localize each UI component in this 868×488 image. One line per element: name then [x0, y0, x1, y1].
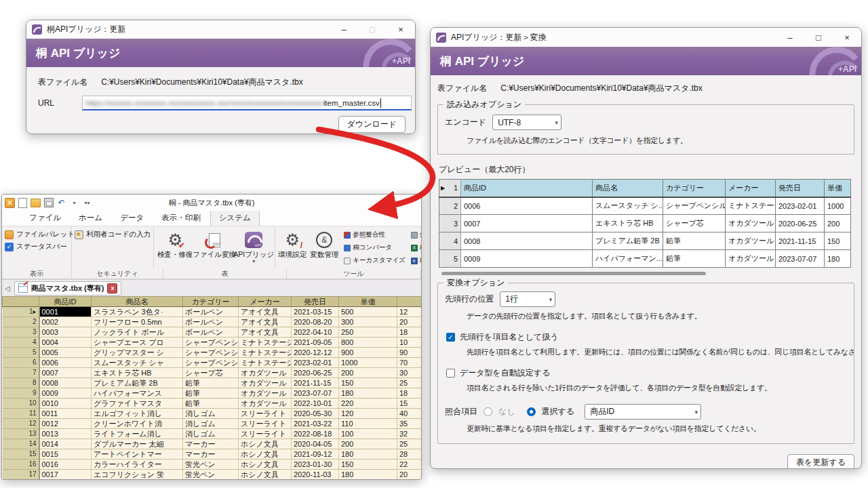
- ribbon-tab-5[interactable]: システム: [210, 210, 260, 226]
- table-cell[interactable]: クリーンホワイト消: [92, 419, 183, 429]
- match-select-radio[interactable]: [527, 407, 536, 416]
- table-cell[interactable]: ミナトステーショナ: [239, 358, 292, 368]
- table-cell[interactable]: ホシノ文具: [239, 439, 292, 449]
- table-cell[interactable]: アオイ文具: [239, 317, 292, 327]
- row-selector[interactable]: 2: [3, 317, 39, 327]
- table-cell[interactable]: 22: [397, 460, 422, 470]
- preview-cell[interactable]: プレミアム鉛筆 2B: [593, 232, 663, 250]
- table-cell[interactable]: 消しゴム: [183, 419, 239, 429]
- table-cell[interactable]: 35: [397, 419, 422, 429]
- table-cell[interactable]: 180: [339, 449, 397, 460]
- preview-row[interactable]: 50009ハイパフォーマン...鉛筆オカダツール2023-07-07180: [439, 250, 851, 268]
- column-header[interactable]: メーカー: [239, 297, 292, 307]
- table-cell[interactable]: 2023-01-30: [292, 460, 339, 470]
- preview-cell[interactable]: 0009: [461, 250, 593, 268]
- table-cell[interactable]: 100: [339, 429, 397, 439]
- table-row[interactable]: 120012クリーンホワイト消消しゴムスリーライト2021-03-2211035: [3, 419, 422, 429]
- table-cell[interactable]: 2022-04-10: [292, 327, 339, 338]
- row-selector[interactable]: 5: [439, 250, 461, 268]
- table-cell[interactable]: 200: [339, 439, 397, 449]
- table-row[interactable]: 130013ライトフォーム消し消しゴムスリーライト2022-08-1810032: [3, 429, 422, 439]
- table-row[interactable]: 110011エルゴフィット消し消しゴムスリーライト2020-05-3012040: [3, 409, 422, 419]
- download-button[interactable]: ダウンロード: [338, 116, 406, 133]
- table-cell[interactable]: 220: [339, 399, 397, 409]
- preview-cell[interactable]: 200: [825, 215, 851, 232]
- table-cell[interactable]: 2020-12-12: [292, 348, 339, 358]
- row-selector[interactable]: 7: [3, 368, 39, 378]
- table-cell[interactable]: ホシノ文具: [239, 460, 292, 470]
- table-cell[interactable]: 500: [339, 307, 397, 317]
- undo-icon[interactable]: ↶: [56, 198, 66, 208]
- ribbon-tab-3[interactable]: データ: [112, 211, 152, 226]
- preview-header-cell[interactable]: メーカー: [726, 180, 776, 197]
- ribbon-small-item[interactable]: 桐コンバータ: [344, 241, 406, 254]
- ribbon-item-var-mgmt[interactable]: & 変数管理: [308, 228, 340, 267]
- encode-select[interactable]: UTF-8 ▾: [492, 115, 561, 130]
- product-master-table[interactable]: 商品ID商品名カテゴリーメーカー発売日単価1▸0001スラスラペン 3色タ·ボー…: [2, 296, 422, 480]
- close-button[interactable]: ×: [387, 20, 415, 39]
- table-cell[interactable]: 180: [339, 470, 397, 480]
- ribbon-tab-1[interactable]: ファイル: [21, 211, 69, 226]
- table-cell[interactable]: 鉛筆: [183, 378, 239, 388]
- table-cell[interactable]: 0005: [39, 348, 92, 358]
- table-row[interactable]: 90009ハイパフォーマンス鉛筆オカダツール2023-07-0718018: [3, 388, 422, 399]
- preview-cell[interactable]: 0006: [461, 197, 593, 215]
- table-cell[interactable]: 900: [339, 348, 397, 358]
- ribbon-tab-2[interactable]: ホーム: [71, 211, 111, 226]
- minimize-button[interactable]: –: [776, 28, 804, 47]
- table-cell[interactable]: 250: [339, 480, 397, 481]
- table-row[interactable]: 60006スムースタッチ シャシャープペンシルミナトステーショナ2023-02-…: [3, 358, 422, 368]
- table-row[interactable]: 80008プレミアム鉛筆 2B鉛筆オカダツール2021-11-1515025: [3, 378, 422, 388]
- table-cell[interactable]: 2023-07-07: [292, 388, 339, 399]
- row-selector[interactable]: 6: [3, 358, 39, 368]
- table-cell[interactable]: 800: [339, 338, 397, 348]
- column-header[interactable]: 単価: [339, 297, 397, 307]
- table-cell[interactable]: シャープペンシル: [183, 358, 239, 368]
- table-cell[interactable]: シャープ芯: [183, 368, 239, 378]
- row-selector[interactable]: 18: [3, 480, 39, 481]
- table-cell[interactable]: 0012: [39, 419, 92, 429]
- preview-cell[interactable]: 鉛筆: [663, 250, 726, 268]
- row-selector[interactable]: 3: [3, 327, 39, 338]
- table-row[interactable]: 50005グリップマスター シシャープペンシルミナトステーショナ2020-12-…: [3, 348, 422, 358]
- table-cell[interactable]: 2020-05-30: [292, 409, 339, 419]
- table-cell[interactable]: ハイパフォーマンス: [92, 388, 183, 399]
- horizontal-scrollbar[interactable]: [441, 272, 706, 275]
- table-cell[interactable]: 0011: [39, 409, 92, 419]
- preview-cell[interactable]: スムースタッチ シ...: [593, 197, 663, 215]
- table-cell[interactable]: 50: [397, 480, 422, 481]
- preview-header-cell[interactable]: 単価: [825, 180, 851, 197]
- table-cell[interactable]: 25: [397, 439, 422, 449]
- row-selector[interactable]: 5: [3, 348, 39, 358]
- table-cell[interactable]: 鉛筆: [183, 399, 239, 409]
- table-cell[interactable]: 25: [397, 378, 422, 388]
- column-header[interactable]: 商品名: [92, 297, 183, 307]
- update-table-button[interactable]: 表を更新する: [787, 454, 854, 469]
- table-cell[interactable]: オカダツール: [239, 378, 292, 388]
- table-cell[interactable]: 30: [397, 368, 422, 378]
- table-cell[interactable]: 消しゴム: [183, 409, 239, 419]
- row-selector[interactable]: 15: [3, 449, 39, 460]
- undo-dropdown-icon[interactable]: ▾: [69, 198, 79, 208]
- preview-header-cell[interactable]: カテゴリー: [663, 180, 726, 197]
- table-cell[interactable]: ノックライト ボール: [92, 327, 183, 338]
- table-cell[interactable]: 0008: [39, 378, 92, 388]
- row-selector[interactable]: 11: [3, 409, 39, 419]
- table-cell[interactable]: 0007: [39, 368, 92, 378]
- table-row[interactable]: 70007エキストラ芯 HBシャープ芯オカダツール2020-06-2520030: [3, 368, 422, 378]
- preview-cell[interactable]: 0008: [461, 232, 593, 250]
- ribbon-item-file-convert[interactable]: ファイル変換: [195, 228, 234, 267]
- table-cell[interactable]: シンプルノート A5: [92, 480, 183, 481]
- preview-table[interactable]: ▶1商品ID商品名カテゴリーメーカー発売日単価20006スムースタッチ シ...…: [439, 179, 851, 268]
- table-cell[interactable]: オカダツール: [239, 368, 292, 378]
- table-cell[interactable]: 10: [397, 338, 422, 348]
- open-file-icon[interactable]: [31, 198, 41, 208]
- table-cell[interactable]: 0002: [39, 317, 92, 327]
- table-cell[interactable]: 2022-08-18: [292, 429, 339, 439]
- row-selector[interactable]: 8: [3, 378, 39, 388]
- header-row-checkbox-row[interactable]: ✓ 先頭行を項目名として扱う: [446, 331, 854, 343]
- table-cell[interactable]: 32: [397, 429, 422, 439]
- preview-cell[interactable]: 1000: [825, 197, 851, 215]
- selected-cell[interactable]: 0001: [39, 307, 92, 317]
- row-selector[interactable]: 2: [439, 197, 461, 215]
